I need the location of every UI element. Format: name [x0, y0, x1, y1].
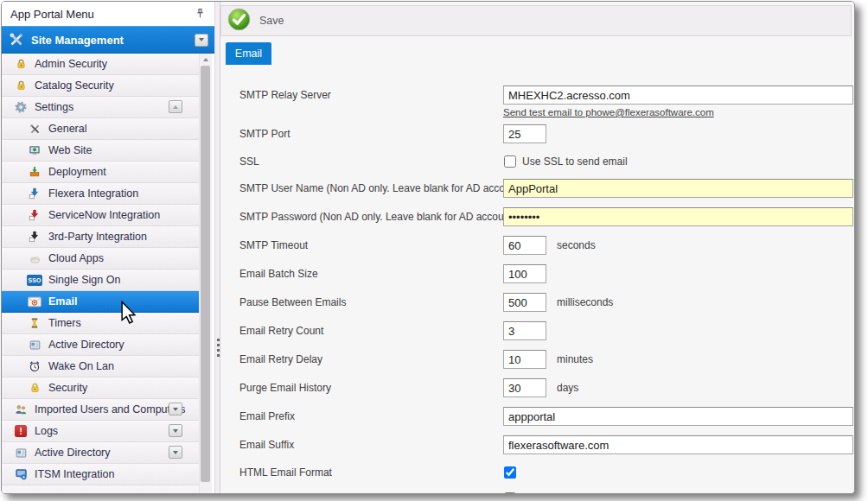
sidebar-item-label: 3rd-Party Integration	[48, 231, 147, 243]
scrollbar-thumb[interactable]	[201, 66, 210, 482]
pause-between-emails-unit: milliseconds	[557, 296, 613, 308]
active-directory-expand-button[interactable]	[169, 446, 182, 459]
form-row: Email Prefix	[239, 407, 854, 426]
form-row: HTML Email Format	[239, 464, 854, 481]
save-button[interactable]: Save	[227, 8, 284, 34]
lock-icon	[26, 382, 43, 394]
sidebar-item-label: Deployment	[48, 166, 106, 178]
purge-email-history-input[interactable]	[503, 378, 546, 397]
smtp-password-input[interactable]	[503, 207, 853, 226]
sidebar-item-imported-users-and-computers[interactable]: Imported Users and Computers	[2, 399, 200, 421]
logs-expand-button[interactable]	[169, 424, 182, 437]
form-row: Email Retry Delay minutes	[239, 350, 854, 369]
sidebar-item-security[interactable]: Security	[2, 377, 200, 399]
html-email-format-label: HTML Email Format	[239, 466, 503, 479]
sidebar-item-label: Timers	[48, 317, 81, 329]
sidebar-item-cloud-apps[interactable]: Cloud Apps	[2, 248, 200, 270]
sidebar-item-site-management[interactable]: Site Management	[2, 26, 214, 54]
sidebar-item-3rd-party-integration[interactable]: 3rd-Party Integration	[2, 226, 200, 248]
form-row: Email Suffix	[239, 435, 854, 454]
smtp-port-label: SMTP Port	[239, 128, 503, 140]
smtp-user-name-input[interactable]	[503, 179, 853, 198]
custom-user-view-label: Enable Custom User View (vCustomUser) fo…	[239, 492, 503, 493]
sidebar-item-label: Web Site	[48, 144, 93, 156]
smtp-timeout-label: SMTP Timeout	[239, 239, 503, 251]
pause-between-emails-label: Pause Between Emails	[239, 296, 503, 308]
purge-email-history-unit: days	[557, 382, 578, 394]
sidebar-item-catalog-security[interactable]: Catalog Security	[2, 75, 200, 97]
sidebar-item-label: Logs	[35, 425, 58, 437]
sidebar-item-logs[interactable]: ! Logs	[2, 421, 200, 442]
email-prefix-input[interactable]	[503, 407, 853, 426]
cloud-icon	[26, 253, 43, 264]
tools-icon	[26, 124, 43, 135]
sidebar-item-label: Settings	[35, 101, 73, 113]
use-ssl-checkbox[interactable]	[504, 155, 516, 168]
sso-badge-icon: SSO	[26, 275, 43, 286]
sidebar-scrollbar[interactable]	[199, 54, 212, 493]
email-batch-size-label: Email Batch Size	[239, 268, 503, 280]
scrollbar-up-arrow-icon[interactable]	[200, 54, 212, 65]
sidebar-item-active-directory-settings[interactable]: Active Directory	[2, 334, 200, 356]
sidebar-item-general[interactable]: General	[2, 118, 200, 140]
deployment-package-icon	[26, 166, 43, 178]
import-arrow-black-icon	[26, 231, 43, 243]
sidebar-item-label: Wake On Lan	[48, 360, 114, 372]
email-batch-size-input[interactable]	[503, 264, 546, 283]
sidebar-item-partial[interactable]	[2, 485, 200, 493]
sidebar-item-active-directory[interactable]: Active Directory	[2, 442, 200, 464]
sidebar-item-email[interactable]: Email	[2, 291, 200, 313]
gear-icon	[12, 101, 29, 113]
settings-collapse-button[interactable]	[169, 100, 182, 113]
logs-badge-icon: !	[12, 425, 29, 437]
sidebar-item-single-sign-on[interactable]: SSO Single Sign On	[2, 270, 200, 291]
smtp-relay-server-input[interactable]	[503, 86, 853, 105]
form-row: Email Retry Count	[239, 321, 854, 340]
form-row: Email Batch Size	[239, 264, 854, 283]
sidebar-item-label: General	[48, 123, 86, 135]
sidebar-title-bar: App Portal Menu	[2, 2, 214, 26]
sidebar-item-flexera-integration[interactable]: Flexera Integration	[2, 183, 200, 205]
address-book-icon	[12, 447, 29, 459]
sidebar: App Portal Menu Site Management Admin Se…	[2, 2, 214, 493]
imported-users-expand-button[interactable]	[169, 403, 182, 415]
pin-icon[interactable]	[194, 7, 206, 21]
sidebar-item-label: ServiceNow Integration	[48, 209, 160, 221]
sidebar-item-wake-on-lan[interactable]: Wake On Lan	[2, 356, 200, 377]
import-arrow-blue-icon	[26, 187, 43, 200]
smtp-port-input[interactable]	[503, 124, 546, 143]
email-retry-delay-unit: minutes	[557, 353, 593, 365]
sidebar-menu-list: Admin Security Catalog Security Settings…	[2, 54, 214, 493]
toolbar: Save	[220, 5, 852, 36]
sidebar-item-label: Single Sign On	[48, 274, 120, 286]
tab-email[interactable]: Email	[226, 42, 271, 65]
app-window: App Portal Menu Site Management Admin Se…	[1, 1, 855, 494]
email-retry-count-input[interactable]	[503, 321, 546, 340]
itsm-computer-icon	[12, 468, 29, 480]
sidebar-item-itsm-integration[interactable]: ITSM Integration	[2, 464, 200, 485]
email-suffix-input[interactable]	[503, 435, 853, 454]
sidebar-item-deployment[interactable]: Deployment	[2, 162, 200, 183]
users-icon	[12, 403, 29, 415]
sidebar-item-label: Cloud Apps	[48, 252, 104, 264]
sidebar-splitter[interactable]	[214, 2, 220, 493]
smtp-relay-server-label: SMTP Relay Server	[239, 89, 503, 101]
smtp-user-name-label: SMTP User Name (Non AD only. Leave blank…	[239, 182, 503, 194]
html-email-format-checkbox[interactable]	[504, 466, 516, 479]
sidebar-item-servicenow-integration[interactable]: ServiceNow Integration	[2, 205, 200, 226]
sidebar-item-settings[interactable]: Settings	[2, 97, 200, 118]
sidebar-item-label: Email	[48, 295, 77, 308]
sidebar-item-label: Active Directory	[48, 339, 124, 351]
email-retry-delay-input[interactable]	[503, 350, 546, 369]
send-test-email-link[interactable]: Send test email to phowe@flexerasoftware…	[503, 107, 853, 117]
custom-user-view-checkbox[interactable]	[504, 492, 516, 493]
sidebar-item-web-site[interactable]: Web Site	[2, 140, 200, 162]
site-management-collapse-button[interactable]	[195, 34, 208, 47]
sidebar-item-admin-security[interactable]: Admin Security	[2, 54, 200, 75]
smtp-timeout-input[interactable]	[503, 236, 546, 255]
sidebar-item-timers[interactable]: Timers	[2, 313, 200, 334]
form-row: SMTP Port	[239, 124, 854, 143]
form-row: Pause Between Emails milliseconds	[239, 293, 854, 312]
sidebar-item-label: Admin Security	[35, 58, 107, 70]
pause-between-emails-input[interactable]	[503, 293, 546, 312]
